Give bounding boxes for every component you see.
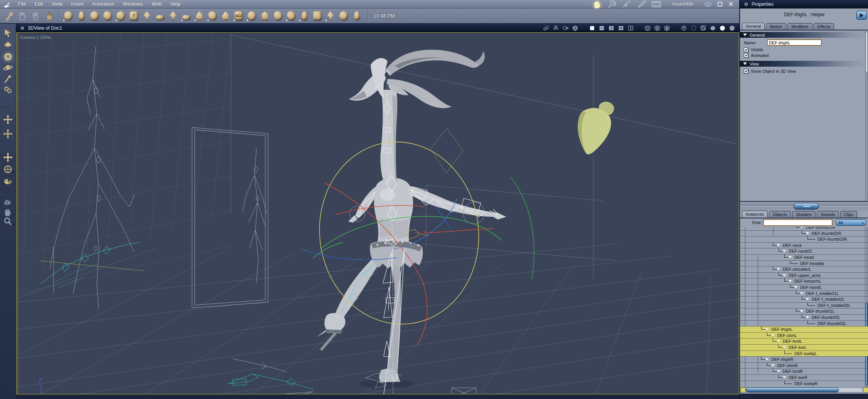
movie-camera-icon[interactable] xyxy=(312,10,323,22)
paint-brush-room-icon[interactable] xyxy=(636,0,647,8)
fire-primitive-icon[interactable] xyxy=(194,10,205,22)
properties-scrollbar[interactable] xyxy=(865,32,868,200)
checkbox-row-show-object-in-3d-view[interactable]: Show Object in 3D View xyxy=(744,69,796,74)
general-section-header[interactable]: General xyxy=(740,32,867,38)
render-camera-tool-icon[interactable] xyxy=(3,197,13,208)
tree-row-DEF-thumb03R[interactable]: DEF-thumb03R xyxy=(740,236,868,242)
expand-triangle-icon[interactable] xyxy=(800,310,804,313)
tree-row-DEF-handL[interactable]: DEF-handL xyxy=(740,284,868,290)
gears-icon[interactable] xyxy=(246,10,258,22)
scroll-corner-left[interactable] xyxy=(740,387,746,392)
expand-triangle-icon[interactable] xyxy=(777,370,780,373)
tree-row-DEF-thumb03L[interactable]: DEF-thumb03L xyxy=(740,320,868,327)
horizontal-scrollbar[interactable] xyxy=(740,387,868,393)
tree-row-DEF-toetipL[interactable]: DEF-toetipL xyxy=(740,350,868,357)
scrollbar-thumb[interactable] xyxy=(746,387,839,392)
tree-row-DEF-toetipR[interactable]: DEF-toetipR xyxy=(740,381,868,387)
tree-row-DEF-upper_armL[interactable]: DEF-upper_armL xyxy=(740,272,868,278)
tree-row-DEF-f_middle02L[interactable]: DEF-f_middle02L xyxy=(740,296,868,302)
tree-row-DEF-toeR[interactable]: DEF-toeR xyxy=(740,374,868,381)
bone-joint-tool-icon[interactable] xyxy=(3,10,15,22)
textured-shade-icon[interactable] xyxy=(728,25,735,31)
filter-dropdown[interactable]: All » xyxy=(836,220,866,226)
vase-primitive-icon[interactable] xyxy=(76,10,87,22)
bones-primitive-icon[interactable] xyxy=(102,10,113,22)
wireframe-box-icon[interactable] xyxy=(699,25,706,31)
expand-triangle-icon[interactable] xyxy=(788,280,792,283)
expand-triangle-icon[interactable] xyxy=(777,244,780,247)
zoom-tool-icon[interactable] xyxy=(3,216,13,227)
expand-triangle-icon[interactable] xyxy=(806,232,809,235)
tree-row-DEF-thumb02R[interactable]: DEF-thumb02R xyxy=(740,230,868,236)
menu-web[interactable]: Web xyxy=(147,1,166,7)
text-primitive-icon[interactable]: T xyxy=(128,10,140,22)
expand-triangle-icon[interactable] xyxy=(771,364,775,367)
tab-instances[interactable]: Instances xyxy=(742,211,768,218)
tree-row-DEF-thighL[interactable]: DEF-thighL xyxy=(740,326,868,332)
expand-triangle-icon[interactable] xyxy=(777,268,780,271)
metaball-primitive-icon[interactable] xyxy=(207,10,218,22)
scene-canvas[interactable]: Z xyxy=(17,33,739,394)
anything-grows-icon[interactable]: AGr xyxy=(233,10,244,22)
layout-split-icon[interactable] xyxy=(608,25,615,31)
geosphere-primitive-icon[interactable] xyxy=(89,10,100,22)
name-input[interactable] xyxy=(767,39,822,46)
move-xz-tool-icon[interactable] xyxy=(3,129,13,139)
splitter-handle[interactable] xyxy=(794,203,819,210)
expand-triangle-icon[interactable] xyxy=(782,274,786,277)
tab-modifiers[interactable]: Modifiers xyxy=(787,23,812,30)
checkbox[interactable] xyxy=(744,69,748,74)
camera-label[interactable]: Camera 1 100% xyxy=(20,35,51,40)
tree-row-DEF-shinR[interactable]: DEF-shinR xyxy=(740,362,868,369)
axe-tool-icon[interactable] xyxy=(298,10,310,22)
assemble-hand-room-icon[interactable] xyxy=(592,0,603,8)
wireframe-sphere-icon[interactable] xyxy=(690,25,697,31)
tree-row-DEF-neck01[interactable]: DEF-neck01 xyxy=(740,248,868,254)
move-3d-tool-icon[interactable] xyxy=(3,152,13,163)
tab-sounds[interactable]: Sounds xyxy=(817,211,839,218)
tab-clips[interactable]: Clips xyxy=(840,211,857,218)
tree-row-DEF-toeL[interactable]: DEF-toeL xyxy=(740,344,868,350)
expand-triangle-icon[interactable] xyxy=(782,346,786,349)
tree-row-DEF-head[interactable]: DEF-head xyxy=(740,254,868,260)
push-hand-tool-icon[interactable] xyxy=(44,10,55,22)
tab-effects[interactable]: Effects xyxy=(814,23,834,30)
hand-pen-tool-icon[interactable] xyxy=(30,10,42,22)
shield-sphere-icon-2[interactable] xyxy=(654,25,661,31)
app-logo-icon[interactable] xyxy=(2,0,14,8)
sphere-primitive-icon[interactable] xyxy=(62,10,74,22)
menu-windows[interactable]: Windows xyxy=(119,1,148,7)
shield-sphere-icon-3[interactable] xyxy=(663,25,670,31)
tree-row-DEF-footR[interactable]: DEF-footR xyxy=(740,368,868,374)
menu-edit[interactable]: Edit xyxy=(30,1,47,7)
house-primitive-icon[interactable] xyxy=(259,10,271,22)
expand-triangle-icon[interactable] xyxy=(765,328,769,331)
figures-icon[interactable] xyxy=(325,10,336,22)
panel-dot-icon[interactable] xyxy=(745,3,748,6)
rotate-tool-icon[interactable] xyxy=(3,52,13,62)
close-icon[interactable] xyxy=(728,1,734,7)
move-xy-tool-icon[interactable] xyxy=(3,114,13,125)
shield-sphere-icon-1[interactable] xyxy=(644,25,651,31)
trackball-rotate-tool-icon[interactable] xyxy=(3,164,13,175)
tab-motion[interactable]: Motion xyxy=(766,23,786,30)
bone-icon[interactable] xyxy=(351,10,362,22)
tree-row-DEF-forearmL[interactable]: DEF-forearmL xyxy=(740,278,868,284)
layout-corner-icon[interactable] xyxy=(627,25,634,31)
spheres-icon[interactable] xyxy=(543,25,549,31)
tab-shaders[interactable]: Shaders xyxy=(792,211,816,218)
layout-rows-icon[interactable] xyxy=(598,25,605,31)
menu-view[interactable]: View xyxy=(47,1,67,7)
tree-row-DEF-f_middle01L[interactable]: DEF-f_middle01L xyxy=(740,290,868,297)
rock-primitive-icon[interactable] xyxy=(180,10,192,22)
tree-row-DEF-headtip[interactable]: DEF-headtip xyxy=(740,260,868,267)
layout-grid-icon[interactable] xyxy=(617,25,624,31)
smooth-shade-icon[interactable] xyxy=(719,25,726,31)
maximize-icon[interactable] xyxy=(717,2,723,7)
select-arrow-tool-icon[interactable] xyxy=(3,28,13,38)
scroll-corner-right[interactable] xyxy=(863,387,868,392)
panel-dot-icon[interactable] xyxy=(21,27,24,30)
pan-hand-tool-icon[interactable] xyxy=(3,207,13,217)
tree-row-DEF-thumb02L[interactable]: DEF-thumb02L xyxy=(740,314,868,320)
layout-single-icon[interactable] xyxy=(588,25,595,31)
